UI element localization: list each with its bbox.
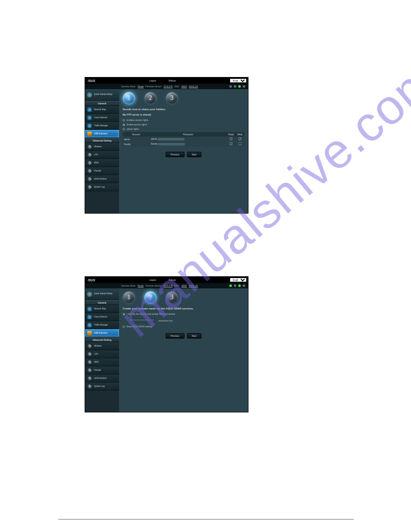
main-panel: 1 2 3 Decide how to share your folders. … — [119, 89, 248, 213]
wrench-icon — [87, 384, 92, 389]
ssid-label: SSID: — [174, 285, 180, 287]
section-advanced: Advanced Setting — [85, 138, 119, 143]
status-icon-1 — [229, 85, 232, 88]
qis-icon — [87, 92, 92, 98]
option-limited[interactable]: limited access rights — [123, 123, 244, 126]
fw-value[interactable]: 3.0.0.3.78 — [163, 86, 172, 88]
qis-button[interactable]: Quick Internet Setup — [85, 288, 119, 300]
write-checkbox[interactable] — [239, 137, 241, 140]
qis-button[interactable]: Quick Internet Setup — [85, 89, 119, 101]
ssid1: ASUS — [181, 285, 187, 287]
password-bar[interactable] — [158, 138, 184, 141]
sidebar-item-label: LAN — [94, 353, 98, 355]
step-3[interactable]: 3 — [166, 92, 178, 104]
sidebar-item-label: Guest Network — [94, 116, 107, 119]
th-write: Write — [235, 132, 244, 137]
sidebar: Quick Internet Setup General Network Map… — [85, 89, 119, 213]
sidebar-item-network-map[interactable]: Network Map — [85, 305, 119, 313]
topbar: /SUS Logout Reboot English — [85, 77, 248, 84]
language-select[interactable]: English — [230, 79, 246, 82]
read-checkbox[interactable] — [230, 142, 232, 145]
option-limitless[interactable]: limitless access rights — [123, 119, 244, 121]
qis-label: Quick Internet Setup — [94, 94, 112, 96]
section-general: General — [85, 101, 119, 106]
language-select[interactable]: English — [230, 278, 246, 282]
sidebar-item-wireless[interactable]: Wireless — [85, 342, 119, 350]
sidebar-item-system-log[interactable]: System Log — [85, 183, 119, 191]
step-2[interactable]: 2 — [144, 291, 157, 304]
logout-link[interactable]: Logout — [149, 79, 156, 82]
step-2[interactable]: 2 — [144, 92, 157, 104]
status-icon-2 — [234, 85, 236, 88]
sidebar-item-firewall[interactable]: Firewall — [85, 167, 119, 175]
opmode-value[interactable]: Router — [138, 86, 144, 88]
sidebar-item-firewall[interactable]: Firewall — [85, 366, 119, 374]
section-advanced: Advanced Setting — [85, 337, 119, 342]
sidebar-item-label: LAN — [94, 154, 98, 156]
sidebar-item-wan[interactable]: WAN — [85, 159, 119, 167]
sidebar-item-network-map[interactable]: Network Map — [85, 106, 119, 114]
status-icon-2 — [234, 284, 236, 287]
sidebar-item-guest-network[interactable]: Guest Network — [85, 313, 119, 321]
sidebar-item-traffic-manager[interactable]: Traffic Manager — [85, 122, 119, 130]
option-admin[interactable]: admin rights — [123, 128, 244, 130]
opmode-label: Operation Mode: — [121, 86, 136, 88]
wizard-steps: 1 2 3 — [123, 92, 244, 104]
fw-value[interactable]: 3.0.0.3.78 — [163, 285, 172, 287]
logout-link[interactable]: Logout — [149, 279, 156, 281]
sidebar-item-label: WAN — [94, 162, 98, 164]
radio-icon — [123, 124, 125, 126]
sidebar-item-label: USB Extension — [94, 332, 107, 334]
wrench-icon — [87, 169, 92, 173]
sidebar-item-usb-extension[interactable]: USB Extension — [85, 130, 119, 138]
password-bar[interactable] — [158, 143, 185, 146]
sidebar-item-label: Wireless — [94, 146, 102, 148]
sidebar-item-wireless[interactable]: Wireless — [85, 143, 119, 151]
next-button[interactable]: Next — [187, 152, 201, 157]
step-3[interactable]: 3 — [166, 291, 178, 304]
sidebar-item-lan[interactable]: LAN — [85, 151, 119, 159]
status-icon-4 — [243, 85, 245, 88]
ssid2: ASUS_5G — [188, 86, 198, 88]
option-ddns-accept[interactable]: I will use the service and accept Terms … — [123, 313, 244, 315]
sidebar-item-label: Firewall — [94, 369, 101, 371]
infobar: Operation Mode: Router Firmware Version:… — [85, 283, 248, 288]
previous-button[interactable]: Previous — [166, 333, 184, 339]
ddns-domain-input[interactable] — [128, 318, 155, 322]
cell-account: Family — [123, 142, 150, 146]
cell-account: admin — [123, 137, 150, 142]
network-map-icon — [87, 107, 92, 112]
network-map-icon — [87, 307, 92, 311]
traffic-manager-icon — [87, 323, 92, 327]
write-checkbox[interactable] — [239, 142, 241, 145]
table-row: admin admin — [123, 137, 244, 142]
read-checkbox[interactable] — [230, 137, 232, 140]
table-row: Family Family — [123, 142, 244, 146]
sidebar-item-lan[interactable]: LAN — [85, 350, 119, 358]
wrench-icon — [87, 153, 92, 157]
previous-button[interactable]: Previous — [166, 152, 184, 157]
sidebar-item-label: Guest Network — [94, 316, 107, 318]
next-button[interactable]: Next — [187, 333, 201, 339]
sidebar-item-traffic-manager[interactable]: Traffic Manager — [85, 321, 119, 329]
step-1[interactable]: 1 — [123, 92, 135, 104]
sidebar-item-administration[interactable]: Administration — [85, 374, 119, 382]
opmode-value[interactable]: Router — [138, 285, 144, 287]
sidebar-item-system-log[interactable]: System Log — [85, 382, 119, 390]
ssid-label: SSID: — [174, 86, 180, 88]
reboot-link[interactable]: Reboot — [169, 279, 176, 281]
reboot-link[interactable]: Reboot — [169, 79, 176, 82]
guest-network-icon — [87, 116, 92, 120]
sidebar-item-guest-network[interactable]: Guest Network — [85, 114, 119, 122]
sidebar-item-label: Network Map — [94, 108, 106, 111]
sidebar: Quick Internet Setup General Network Map… — [85, 288, 119, 412]
page-divider — [58, 519, 354, 519]
cell-password: Family — [150, 142, 227, 146]
sidebar-item-usb-extension[interactable]: USB Extension — [85, 329, 119, 337]
sidebar-item-wan[interactable]: WAN — [85, 358, 119, 366]
option-label: admin rights — [127, 128, 139, 130]
step-1[interactable]: 1 — [123, 291, 135, 304]
option-ddns-skip[interactable]: Skip ASUS DDNS setting. — [123, 325, 244, 328]
password-text: Family — [151, 142, 158, 145]
sidebar-item-administration[interactable]: Administration — [85, 175, 119, 183]
